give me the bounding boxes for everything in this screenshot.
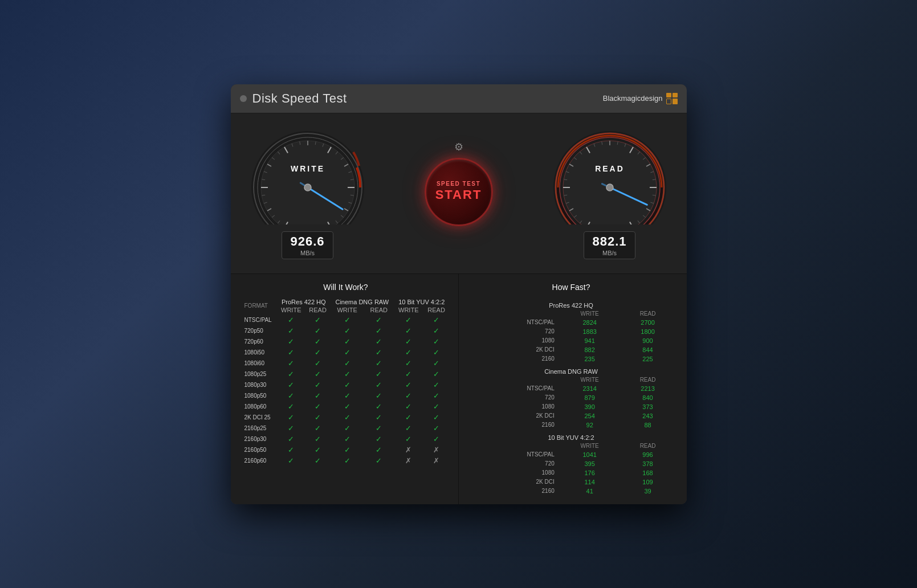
will-it-work-panel: Will It Work? FORMAT ProRes 422 HQ Cinem… [231,274,459,504]
hf-group-name: 10 Bit YUV 4:2:2 [467,430,675,442]
check-icon: ✓ [315,337,321,346]
check-icon: ✓ [288,402,294,411]
check-icon: ✓ [315,424,321,432]
check-cell: ✓ [305,347,331,358]
check-cell: ✓ [394,412,423,423]
wr-col-2: WRITE [331,305,364,315]
hf-data-row: 2K DCI254243 [467,411,675,420]
check-cell: ✓ [394,315,423,325]
check-cell: ✓ [394,325,423,336]
hf-read-val: 840 [621,393,675,402]
read-value: 882.1 [592,234,626,249]
format-name: 1080p60 [242,401,277,412]
hf-res-name: 2160 [467,420,559,430]
hf-col-header [467,375,559,384]
cross-icon: ✗ [405,446,411,454]
start-button[interactable]: SPEED TEST START [425,158,493,226]
format-name: 1080i60 [242,358,277,369]
format-name: 1080p50 [242,390,277,401]
hf-data-row: NTSC/PAL28242700 [467,318,675,327]
gear-button[interactable]: ⚙ [454,141,463,153]
check-icon: ✓ [315,326,321,335]
check-cell: ✓ [305,379,331,390]
hf-read-val: 373 [621,402,675,411]
hf-write-val: 2824 [559,318,621,327]
hf-col-header: WRITE [559,309,621,318]
hf-read-val: 2700 [621,318,675,327]
hf-data-row: NTSC/PAL1041996 [467,450,675,459]
check-icon: ✓ [315,456,321,465]
check-cell: ✓ [394,379,423,390]
check-cell: ✓ [364,455,394,466]
hf-read-val: 39 [621,487,675,496]
brand-squares-icon [666,93,678,104]
table-row: 1080i60✓✓✓✓✓✓ [242,358,450,369]
check-icon: ✓ [344,370,351,378]
table-row: NTSC/PAL✓✓✓✓✓✓ [242,315,450,325]
start-button-wrap: ⚙ SPEED TEST START [425,158,493,226]
check-cell: ✓ [423,315,450,325]
check-cell: ✓ [364,369,394,379]
table-row: 720p60✓✓✓✓✓✓ [242,336,450,347]
check-icon: ✓ [288,381,294,389]
check-icon: ✓ [433,402,439,411]
hf-res-name: 2160 [467,487,559,496]
format-name: 2160p30 [242,434,277,444]
check-cell: ✓ [331,358,364,369]
check-cell: ✓ [331,412,364,423]
check-icon: ✓ [288,359,294,368]
brand-sq-4 [673,99,678,104]
check-icon: ✓ [433,316,439,324]
hf-write-val: 114 [559,477,621,487]
check-icon: ✓ [344,413,351,422]
will-it-work-heading: Will It Work? [242,283,450,292]
check-icon: ✓ [376,348,382,357]
hf-data-row: 1080941900 [467,336,675,345]
hf-res-name: 2K DCI [467,345,559,354]
table-row: 2160p50✓✓✓✓✗✗ [242,444,450,455]
check-icon: ✓ [344,359,351,368]
write-value: 926.6 [290,234,324,249]
read-value-box: 882.1 MB/s [584,231,635,259]
check-cell: ✓ [305,369,331,379]
check-cell: ✗ [423,455,450,466]
check-icon: ✓ [288,435,294,443]
check-cell: ✓ [423,369,450,379]
check-icon: ✓ [433,359,439,368]
check-icon: ✓ [344,424,351,432]
check-icon: ✓ [315,370,321,378]
check-icon: ✓ [376,413,382,422]
format-name: 2160p50 [242,444,277,455]
check-icon: ✓ [344,391,351,400]
app-title: Disk Speed Test [252,91,347,106]
check-cell: ✓ [331,336,364,347]
hf-group-name: Cinema DNG RAW [467,364,675,375]
check-icon: ✓ [315,413,321,422]
hf-col-header: WRITE [559,375,621,384]
check-cell: ✓ [305,325,331,336]
check-cell: ✓ [423,347,450,358]
check-icon: ✓ [405,359,411,368]
hf-read-val: 900 [621,336,675,345]
format-col-header: FORMAT [242,297,277,315]
check-icon: ✓ [344,402,351,411]
check-cell: ✓ [394,390,423,401]
hf-res-name: 1080 [467,468,559,477]
check-icon: ✓ [433,424,439,432]
hf-group-name: ProRes 422 HQ [467,297,675,309]
close-button[interactable] [240,95,247,102]
will-it-work-table: FORMAT ProRes 422 HQ Cinema DNG RAW 10 B… [242,297,450,466]
check-icon: ✓ [376,456,382,465]
check-cell: ✓ [277,347,305,358]
check-icon: ✓ [405,370,411,378]
check-icon: ✓ [344,456,351,465]
hf-write-val: 235 [559,354,621,364]
check-icon: ✓ [288,326,294,335]
check-cell: ✓ [277,369,305,379]
table-row: 1080p50✓✓✓✓✓✓ [242,390,450,401]
hf-res-name: 2160 [467,354,559,364]
format-name: 2K DCI 25 [242,412,277,423]
table-row: 2160p30✓✓✓✓✓✓ [242,434,450,444]
read-gauge-dial: READ [550,125,670,227]
hf-res-name: NTSC/PAL [467,384,559,393]
